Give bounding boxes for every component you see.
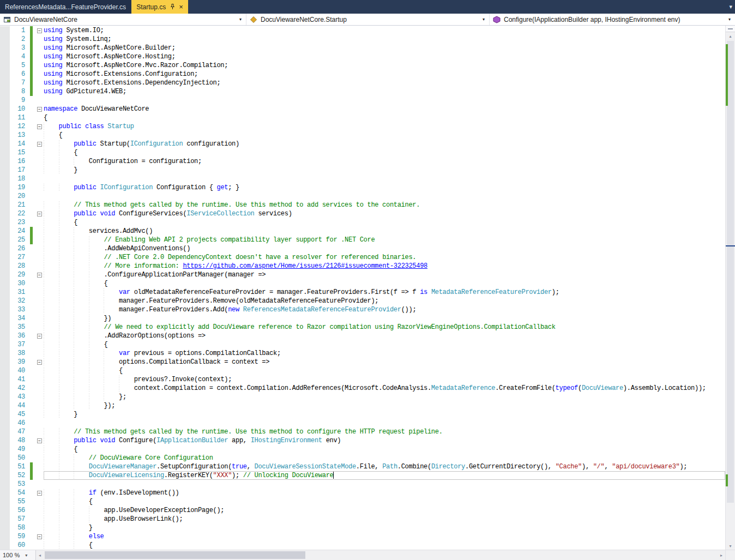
breakpoint-margin[interactable] — [0, 183, 10, 192]
breakpoint-margin[interactable] — [0, 79, 10, 87]
code-line-17[interactable]: 17 } — [0, 166, 725, 174]
line-number[interactable]: 19 — [10, 183, 29, 192]
breakpoint-margin[interactable] — [0, 532, 10, 541]
line-number[interactable]: 30 — [10, 279, 29, 288]
line-number[interactable]: 44 — [10, 401, 29, 410]
breakpoint-margin[interactable] — [0, 113, 10, 122]
code-line-19[interactable]: 19 public IConfiguration Configuration {… — [0, 183, 725, 192]
pin-icon[interactable] — [170, 4, 175, 10]
type-dropdown[interactable]: DocuViewareNetCore.Startup ▾ — [246, 14, 490, 25]
breakpoint-margin[interactable] — [0, 506, 10, 515]
breakpoint-margin[interactable] — [0, 148, 10, 157]
line-number[interactable]: 5 — [10, 61, 29, 70]
line-number[interactable]: 21 — [10, 201, 29, 209]
breakpoint-margin[interactable] — [0, 454, 10, 462]
breakpoint-margin[interactable] — [0, 122, 10, 131]
breakpoint-margin[interactable] — [0, 541, 10, 550]
breakpoint-margin[interactable] — [0, 131, 10, 140]
line-number[interactable]: 39 — [10, 358, 29, 366]
code-line-47[interactable]: 47 // This method gets called by the run… — [0, 427, 725, 436]
line-number[interactable]: 32 — [10, 297, 29, 305]
code-line-4[interactable]: 4using Microsoft.AspNetCore.Hosting; — [0, 52, 725, 61]
line-number[interactable]: 4 — [10, 52, 29, 61]
breakpoint-margin[interactable] — [0, 166, 10, 174]
breakpoint-margin[interactable] — [0, 375, 10, 384]
breakpoint-margin[interactable] — [0, 358, 10, 366]
line-number[interactable]: 23 — [10, 218, 29, 227]
breakpoint-margin[interactable] — [0, 262, 10, 270]
code-line-44[interactable]: 44 }); — [0, 401, 725, 410]
line-number[interactable]: 60 — [10, 541, 29, 550]
tab-references-metadata-feature-provider[interactable]: ReferencesMetadata...FeatureProvider.cs — [0, 0, 131, 14]
line-number[interactable]: 50 — [10, 454, 29, 462]
zoom-control[interactable]: 100 % ▾ — [0, 550, 36, 560]
code-line-18[interactable]: 18 — [0, 174, 725, 183]
code-line-12[interactable]: 12− public class Startup — [0, 122, 725, 131]
code-line-52[interactable]: 52 DocuViewareLicensing.RegisterKEY("XXX… — [0, 471, 725, 480]
line-number[interactable]: 29 — [10, 270, 29, 279]
zoom-dropdown-icon[interactable]: ▾ — [25, 553, 27, 558]
breakpoint-margin[interactable] — [0, 44, 10, 52]
breakpoint-margin[interactable] — [0, 515, 10, 523]
scroll-right-icon[interactable]: ▸ — [718, 550, 725, 560]
breakpoint-margin[interactable] — [0, 35, 10, 44]
code-line-27[interactable]: 27 // .NET Core 2.0 DependencyContext do… — [0, 253, 725, 262]
code-line-14[interactable]: 14− public Startup(IConfiguration config… — [0, 140, 725, 148]
breakpoint-margin[interactable] — [0, 340, 10, 349]
code-line-45[interactable]: 45 } — [0, 410, 725, 419]
code-line-23[interactable]: 23 { — [0, 218, 725, 227]
member-dropdown[interactable]: Configure(IApplicationBuilder app, IHost… — [490, 14, 735, 25]
breakpoint-margin[interactable] — [0, 26, 10, 35]
breakpoint-margin[interactable] — [0, 288, 10, 297]
vertical-scrollbar-track[interactable] — [726, 40, 735, 542]
fold-collapse-icon[interactable]: − — [37, 360, 42, 365]
editor-splitter-handle[interactable] — [726, 26, 735, 32]
breakpoint-margin[interactable] — [0, 366, 10, 375]
code-line-25[interactable]: 25 // Enabling Web API 2 projects compat… — [0, 236, 725, 244]
breakpoint-margin[interactable] — [0, 410, 10, 419]
line-number[interactable]: 53 — [10, 480, 29, 489]
code-line-49[interactable]: 49 { — [0, 445, 725, 454]
breakpoint-margin[interactable] — [0, 279, 10, 288]
line-number[interactable]: 25 — [10, 236, 29, 244]
code-line-5[interactable]: 5using Microsoft.AspNetCore.Mvc.Razor.Co… — [0, 61, 725, 70]
breakpoint-margin[interactable] — [0, 401, 10, 410]
breakpoint-margin[interactable] — [0, 140, 10, 148]
line-number[interactable]: 48 — [10, 436, 29, 445]
breakpoint-margin[interactable] — [0, 445, 10, 454]
line-number[interactable]: 6 — [10, 70, 29, 79]
code-line-37[interactable]: 37 { — [0, 340, 725, 349]
line-number[interactable]: 36 — [10, 332, 29, 340]
line-number[interactable]: 13 — [10, 131, 29, 140]
line-number[interactable]: 17 — [10, 166, 29, 174]
code-line-31[interactable]: 31 var oldMetadataReferenceFeatureProvid… — [0, 288, 725, 297]
fold-collapse-icon[interactable]: − — [37, 334, 42, 339]
line-number[interactable]: 34 — [10, 314, 29, 323]
code-line-36[interactable]: 36− .AddRazorOptions(options => — [0, 332, 725, 340]
code-line-43[interactable]: 43 }; — [0, 393, 725, 401]
fold-collapse-icon[interactable]: − — [37, 491, 42, 496]
breakpoint-margin[interactable] — [0, 419, 10, 427]
code-line-6[interactable]: 6using Microsoft.Extensions.Configuratio… — [0, 70, 725, 79]
code-line-20[interactable]: 20 — [0, 192, 725, 201]
code-line-21[interactable]: 21 // This method gets called by the run… — [0, 201, 725, 209]
line-number[interactable]: 3 — [10, 44, 29, 52]
line-number[interactable]: 33 — [10, 305, 29, 314]
line-number[interactable]: 58 — [10, 523, 29, 532]
fold-collapse-icon[interactable]: − — [37, 438, 42, 443]
breakpoint-margin[interactable] — [0, 314, 10, 323]
scroll-down-icon[interactable]: ▾ — [726, 542, 735, 550]
line-number[interactable]: 2 — [10, 35, 29, 44]
line-number[interactable]: 28 — [10, 262, 29, 270]
line-number[interactable]: 35 — [10, 323, 29, 332]
breakpoint-margin[interactable] — [0, 244, 10, 253]
line-number[interactable]: 38 — [10, 349, 29, 358]
breakpoint-margin[interactable] — [0, 393, 10, 401]
code-line-38[interactable]: 38 var previous = options.CompilationCal… — [0, 349, 725, 358]
breakpoint-margin[interactable] — [0, 497, 10, 506]
breakpoint-margin[interactable] — [0, 462, 10, 471]
code-line-57[interactable]: 57 app.UseBrowserLink(); — [0, 515, 725, 523]
breakpoint-margin[interactable] — [0, 253, 10, 262]
vertical-scrollbar-thumb[interactable] — [727, 41, 734, 503]
breakpoint-margin[interactable] — [0, 427, 10, 436]
